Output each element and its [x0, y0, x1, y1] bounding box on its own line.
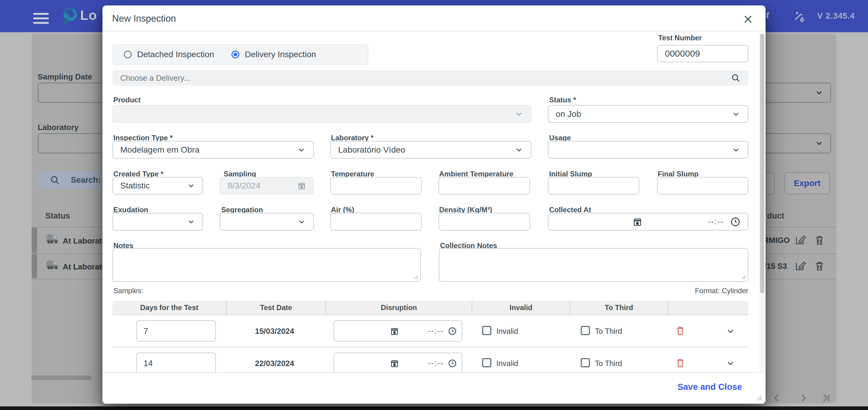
- menu-icon[interactable]: [33, 10, 49, 27]
- screen: Sampling Date Laboratory Search: Export …: [0, 0, 868, 410]
- calendar-icon[interactable]: [390, 359, 399, 368]
- last-page-icon[interactable]: [819, 391, 832, 405]
- invalid-label: Invalid: [496, 327, 518, 336]
- dialog-resize-handle[interactable]: [756, 395, 762, 401]
- close-icon[interactable]: [743, 14, 753, 25]
- collected-at-input[interactable]: --:--: [548, 213, 748, 231]
- window-bottom-edge: [0, 406, 868, 410]
- bg-row-selection-strip: [32, 228, 37, 253]
- invalid-checkbox[interactable]: [482, 326, 491, 335]
- clock-icon[interactable]: [448, 359, 457, 368]
- chevron-down-icon: [732, 145, 741, 155]
- samples-format-label: Format: Cylinder: [695, 286, 748, 295]
- delivery-search-input[interactable]: Choose a Delivery...: [113, 70, 748, 86]
- detached-inspection-radio[interactable]: [124, 50, 132, 58]
- disruption-datetime-input[interactable]: --:--: [334, 320, 462, 342]
- exudation-select[interactable]: [113, 213, 203, 231]
- divider: [102, 31, 766, 31]
- days-input[interactable]: 7: [136, 320, 216, 342]
- resize-handle-icon[interactable]: [413, 275, 418, 279]
- chevron-down-icon: [815, 139, 824, 148]
- bg-row-selection-strip: [32, 254, 37, 278]
- product-select[interactable]: [113, 105, 531, 123]
- clock-icon[interactable]: [730, 217, 741, 227]
- collection-notes-textarea[interactable]: [439, 248, 748, 282]
- dialog-scrollbar-thumb[interactable]: [760, 34, 764, 293]
- invalid-checkbox[interactable]: [482, 358, 491, 367]
- calendar-icon[interactable]: [632, 217, 642, 227]
- export-button[interactable]: Export: [784, 172, 830, 195]
- search-icon: [50, 175, 60, 185]
- resize-handle-icon[interactable]: [741, 275, 746, 279]
- bg-status-column-header: Status: [45, 211, 70, 221]
- inspection-type-select[interactable]: Modelagem em Obra: [113, 141, 314, 159]
- chevron-down-icon: [515, 110, 524, 118]
- next-page-icon[interactable]: [796, 391, 809, 405]
- horizontal-scrollbar-thumb[interactable]: [31, 375, 91, 380]
- delete-icon[interactable]: [814, 234, 825, 246]
- initial-slump-input[interactable]: [548, 177, 639, 195]
- delete-sample-icon[interactable]: [675, 325, 686, 336]
- to-third-label: To Third: [595, 359, 622, 368]
- chevron-down-icon: [297, 145, 306, 155]
- column-header: Invalid: [472, 301, 569, 315]
- density-input[interactable]: [438, 213, 530, 231]
- bg-row-product: /15 S3: [764, 262, 787, 271]
- air-input[interactable]: [330, 213, 422, 231]
- search-icon: [731, 73, 741, 83]
- expand-row-icon[interactable]: [725, 358, 736, 369]
- magic-wand-icon[interactable]: [792, 10, 805, 23]
- chevron-down-icon: [187, 218, 195, 226]
- status-select[interactable]: on Job: [548, 105, 748, 123]
- notes-textarea[interactable]: [113, 248, 421, 282]
- created-type-select[interactable]: Statistic: [113, 177, 203, 195]
- laboratory-select[interactable]: Laboratório Vídeo: [330, 141, 531, 159]
- days-input[interactable]: 14: [136, 352, 216, 374]
- edit-icon[interactable]: [795, 234, 806, 246]
- samples-table-header: Days for the Test Test Date Disruption I…: [113, 301, 748, 315]
- detached-inspection-label: Detached Inspection: [137, 50, 214, 59]
- clock-icon[interactable]: [448, 327, 457, 336]
- final-slump-input[interactable]: [657, 177, 748, 195]
- column-header: [668, 301, 748, 315]
- app-logo-icon: [61, 7, 78, 25]
- delivery-inspection-radio[interactable]: [231, 50, 239, 58]
- dialog-title: New Inspection: [112, 13, 176, 24]
- expand-row-icon[interactable]: [725, 326, 736, 336]
- mixer-truck-icon: [45, 258, 61, 270]
- delete-icon[interactable]: [814, 260, 825, 272]
- app-version: V 2.345.4: [817, 11, 855, 21]
- to-third-label: To Third: [595, 327, 622, 336]
- test-date: 15/03/2024: [255, 327, 294, 336]
- delete-sample-icon[interactable]: [675, 357, 686, 368]
- samples-label: Samples:: [113, 286, 144, 295]
- dialog-scrollbar-track[interactable]: [760, 32, 765, 372]
- test-number-input[interactable]: 0000009: [657, 45, 748, 62]
- chevron-down-icon: [515, 145, 524, 155]
- segregation-select[interactable]: [220, 213, 314, 231]
- column-header: Test Date: [226, 301, 326, 315]
- header-user-text: t: [766, 9, 769, 21]
- column-header: To Third: [569, 301, 668, 315]
- previous-page-icon[interactable]: [770, 391, 784, 405]
- temperature-input[interactable]: [330, 177, 422, 195]
- save-and-close-button[interactable]: Save and Close: [678, 382, 742, 392]
- disruption-datetime-input[interactable]: --:--: [334, 352, 462, 374]
- to-third-checkbox[interactable]: [581, 326, 590, 335]
- calendar-icon[interactable]: [390, 327, 399, 336]
- inspection-kind-group: Detached Inspection Delivery Inspection: [113, 44, 368, 65]
- bg-laboratory-label: Laboratory: [38, 123, 79, 132]
- chevron-down-icon: [815, 88, 824, 97]
- sample-row: 7 15/03/2024 --:-- Invalid To Third: [113, 315, 748, 347]
- bg-product-column-header: duct: [767, 211, 784, 221]
- mixer-truck-icon: [45, 232, 61, 244]
- samples-table: Days for the Test Test Date Disruption I…: [113, 301, 748, 380]
- ambient-temperature-input[interactable]: [438, 177, 530, 195]
- to-third-checkbox[interactable]: [581, 358, 590, 367]
- calendar-icon: [298, 181, 306, 190]
- sampling-date-input[interactable]: 8/3/2024: [220, 177, 314, 195]
- bg-sampling-date-label: Sampling Date: [38, 72, 92, 81]
- edit-icon[interactable]: [795, 260, 806, 272]
- usage-select[interactable]: [548, 141, 748, 159]
- app-logo-text: Lo: [80, 8, 97, 23]
